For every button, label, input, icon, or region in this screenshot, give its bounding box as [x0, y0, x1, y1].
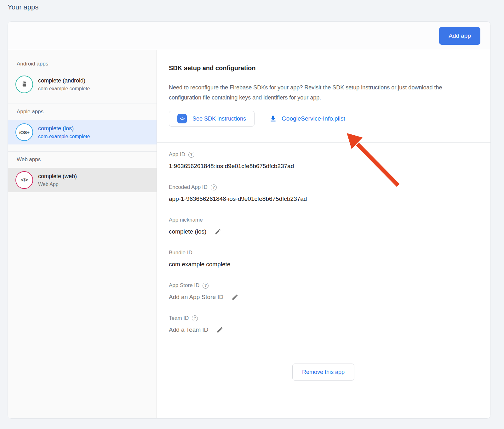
app-id-value: 1:963656261848:ios:d9e01cfe8b675dfcb237a…	[169, 163, 294, 170]
app-item-subtitle: com.example.complete	[38, 86, 90, 92]
app-detail-panel: SDK setup and configuration Need to reco…	[157, 50, 490, 419]
field-app-nickname: App nickname complete (ios)	[169, 217, 478, 235]
page-title: Your apps	[8, 3, 38, 11]
sidebar-item-complete-android[interactable]: complete (android) com.example.complete	[8, 72, 157, 97]
app-item-title: complete (ios)	[38, 125, 74, 132]
add-app-button[interactable]: Add app	[439, 27, 480, 45]
field-encoded-app-id: Encoded App ID ? app-1-963656261848-ios-…	[169, 184, 478, 202]
sidebar-item-complete-web[interactable]: </> complete (web) Web App	[8, 168, 157, 192]
ios-icon: iOS+	[15, 123, 33, 141]
download-plist-link[interactable]: GoogleService-Info.plist	[269, 115, 345, 123]
edit-nickname-button[interactable]	[215, 228, 221, 235]
field-label: Team ID	[169, 315, 189, 321]
encoded-app-id-value: app-1-963656261848-ios-d9e01cfe8b675dfcb…	[169, 195, 307, 202]
edit-team-id-button[interactable]	[216, 326, 223, 333]
web-apps-section-label: Web apps	[8, 156, 157, 163]
remove-app-button[interactable]: Remove this app	[292, 364, 354, 381]
your-apps-card: Add app Android apps	[8, 21, 491, 419]
field-app-store-id: App Store ID ? Add an App Store ID	[169, 282, 478, 301]
app-item-title: complete (web)	[38, 173, 77, 179]
android-apps-section: Android apps co	[8, 50, 157, 104]
team-id-value: Add a Team ID	[169, 326, 208, 333]
field-team-id: Team ID ? Add a Team ID	[169, 315, 478, 333]
field-label: Bundle ID	[169, 250, 192, 256]
app-item-subtitle: Web App	[38, 182, 77, 187]
apple-apps-section-label: Apple apps	[8, 109, 157, 115]
help-icon[interactable]: ?	[203, 283, 209, 289]
sdk-setup-heading: SDK setup and configuration	[169, 65, 478, 72]
field-label: App Store ID	[169, 282, 199, 289]
apple-apps-section: Apple apps iOS+ complete (ios) com.examp…	[8, 104, 157, 152]
app-item-subtitle: com.example.complete	[38, 134, 90, 139]
edit-app-store-id-button[interactable]	[232, 294, 238, 301]
app-store-id-value: Add an App Store ID	[169, 294, 223, 301]
bundle-id-value: com.example.complete	[169, 261, 230, 268]
app-fields: App ID ? 1:963656261848:ios:d9e01cfe8b67…	[157, 143, 490, 381]
field-app-id: App ID ? 1:963656261848:ios:d9e01cfe8b67…	[169, 151, 478, 170]
code-icon: <>	[177, 114, 187, 123]
sdk-setup-description: Need to reconfigure the Firebase SDKs fo…	[169, 82, 468, 103]
field-label: App ID	[169, 151, 185, 158]
field-label: Encoded App ID	[169, 184, 208, 190]
app-nickname-value: complete (ios)	[169, 228, 206, 235]
field-label: App nickname	[169, 217, 203, 223]
web-icon: </>	[15, 171, 33, 189]
see-sdk-instructions-button[interactable]: <> See SDK instructions	[169, 111, 255, 127]
help-icon[interactable]: ?	[192, 315, 198, 321]
help-icon[interactable]: ?	[188, 152, 194, 158]
apps-sidebar: Android apps co	[8, 50, 157, 419]
web-apps-section: Web apps </> complete (web) Web App	[8, 152, 157, 192]
help-icon[interactable]: ?	[211, 184, 217, 190]
app-item-title: complete (android)	[38, 77, 85, 84]
card-toolbar: Add app	[8, 22, 490, 50]
sidebar-item-complete-ios[interactable]: iOS+ complete (ios) com.example.complete	[8, 120, 157, 144]
download-icon	[269, 115, 277, 123]
field-bundle-id: Bundle ID com.example.complete	[169, 250, 478, 268]
android-icon	[15, 76, 33, 93]
android-apps-section-label: Android apps	[8, 61, 157, 67]
